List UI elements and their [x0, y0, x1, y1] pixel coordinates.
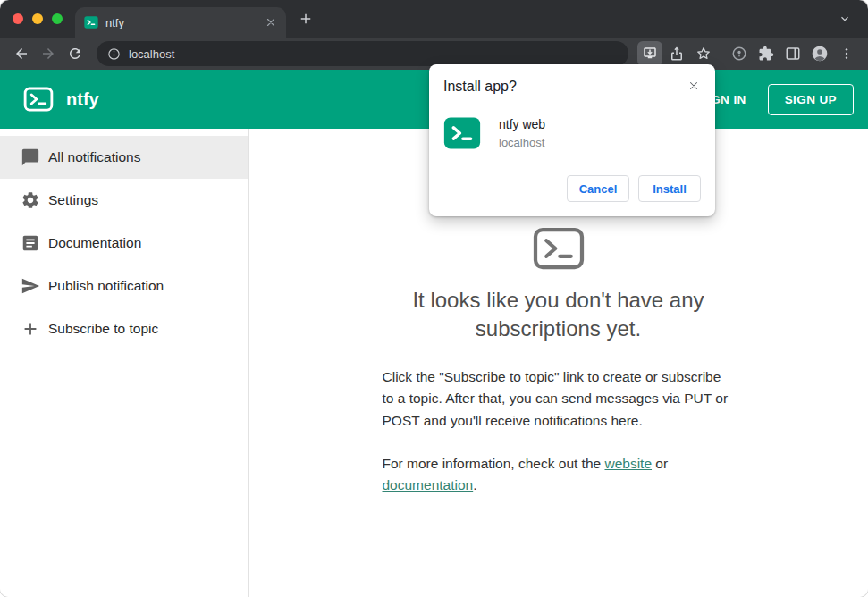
browser-tab[interactable]: ntfy: [75, 7, 286, 38]
bookmark-star-icon[interactable]: [691, 41, 716, 66]
back-icon[interactable]: [9, 41, 34, 66]
chat-icon: [20, 147, 41, 168]
install-app-icon[interactable]: [637, 41, 662, 66]
send-icon: [20, 275, 41, 297]
dialog-title: Install app?: [443, 79, 701, 95]
zoom-window-button[interactable]: [52, 13, 63, 24]
profile-avatar-icon[interactable]: [807, 41, 832, 66]
terminal-logo-icon: [530, 222, 587, 275]
ntfy-app-icon: [443, 114, 481, 152]
documentation-link[interactable]: documentation: [383, 477, 474, 492]
side-panel-icon[interactable]: [780, 41, 805, 66]
reload-icon[interactable]: [63, 41, 88, 66]
more-info-or: or: [652, 456, 668, 471]
article-icon: [20, 232, 41, 254]
dialog-actions: Cancel Install: [443, 175, 701, 202]
minimize-window-button[interactable]: [32, 13, 43, 24]
website-link[interactable]: website: [604, 456, 652, 471]
ntfy-logo: [23, 84, 54, 114]
new-tab-button[interactable]: [293, 6, 318, 31]
sidebar-item-all-notifications[interactable]: All notifications: [0, 136, 248, 179]
site-info-icon[interactable]: [107, 47, 121, 61]
close-tab-icon[interactable]: [265, 16, 277, 29]
dialog-app-origin: localhost: [499, 136, 545, 149]
tab-search-chevron-icon[interactable]: [834, 8, 855, 29]
gear-icon: [20, 189, 41, 211]
app-title: ntfy: [66, 89, 99, 110]
tab-strip: ntfy: [0, 0, 868, 38]
forward-icon[interactable]: [36, 41, 61, 66]
cancel-button[interactable]: Cancel: [567, 175, 629, 202]
install-button[interactable]: Install: [638, 175, 701, 202]
window-controls: [13, 13, 63, 24]
sidebar-item-label: Publish notification: [48, 278, 164, 294]
sidebar-item-label: Subscribe to topic: [48, 321, 158, 337]
install-app-dialog: Install app? ntfy web localhost Cancel I…: [429, 64, 715, 216]
more-info-text: For more information, check out the webs…: [383, 453, 735, 496]
sidebar-item-settings[interactable]: Settings: [0, 179, 248, 222]
ntfy-favicon: [84, 15, 98, 29]
dialog-close-icon[interactable]: [684, 76, 704, 96]
sidebar-item-label: All notifications: [48, 149, 140, 165]
dialog-app-name: ntfy web: [499, 117, 545, 131]
more-info-prefix: For more information, check out the: [383, 456, 605, 471]
sidebar-item-documentation[interactable]: Documentation: [0, 222, 248, 265]
sidebar: All notifications Settings Documentation…: [0, 129, 249, 597]
close-window-button[interactable]: [13, 13, 23, 24]
sidebar-item-label: Documentation: [48, 235, 141, 251]
plus-icon: [20, 318, 41, 340]
dialog-app-info: ntfy web localhost: [443, 114, 701, 152]
password-manager-extension-icon[interactable]: [727, 41, 752, 66]
address-bar[interactable]: localhost: [97, 41, 628, 66]
browser-menu-kebab-icon[interactable]: [834, 41, 859, 66]
empty-state-description: Click the "Subscribe to topic" link to c…: [383, 366, 735, 432]
sidebar-item-publish-notification[interactable]: Publish notification: [0, 265, 248, 307]
more-info-suffix: .: [473, 477, 476, 492]
tab-title: ntfy: [105, 16, 257, 29]
browser-window: ntfy localhost: [0, 0, 868, 597]
sidebar-item-label: Settings: [48, 192, 98, 208]
sign-up-button[interactable]: SIGN UP: [768, 84, 854, 115]
share-icon[interactable]: [664, 41, 689, 66]
sidebar-item-subscribe-to-topic[interactable]: Subscribe to topic: [0, 307, 248, 350]
empty-state-heading: It looks like you don't have any subscri…: [367, 286, 751, 343]
extensions-puzzle-icon[interactable]: [754, 41, 779, 66]
address-url: localhost: [129, 47, 174, 61]
